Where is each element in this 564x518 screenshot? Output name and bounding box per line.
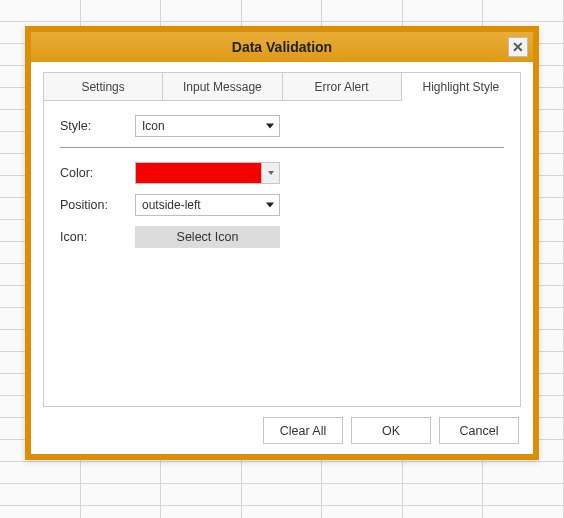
tab-highlight-style[interactable]: Highlight Style bbox=[402, 73, 520, 101]
tab-strip: Settings Input Message Error Alert Highl… bbox=[44, 73, 520, 101]
chevron-down-icon bbox=[268, 171, 274, 175]
dialog-titlebar: Data Validation ✕ bbox=[31, 32, 533, 62]
dialog-body: Settings Input Message Error Alert Highl… bbox=[31, 62, 533, 454]
icon-label: Icon: bbox=[60, 230, 135, 244]
dialog-footer: Clear All OK Cancel bbox=[43, 407, 521, 446]
select-icon-button[interactable]: Select Icon bbox=[135, 226, 280, 248]
style-select-value: Icon bbox=[142, 119, 165, 133]
position-label: Position: bbox=[60, 198, 135, 212]
position-select[interactable]: outside-left bbox=[135, 194, 280, 216]
position-select-value: outside-left bbox=[142, 198, 201, 212]
panel-highlight-style: Style: Icon Color: Position: bbox=[44, 101, 520, 406]
chevron-down-icon bbox=[266, 203, 274, 208]
style-select[interactable]: Icon bbox=[135, 115, 280, 137]
color-label: Color: bbox=[60, 166, 135, 180]
cancel-button[interactable]: Cancel bbox=[439, 417, 519, 444]
data-validation-dialog: Data Validation ✕ Settings Input Message… bbox=[25, 26, 539, 460]
style-label: Style: bbox=[60, 119, 135, 133]
close-icon[interactable]: ✕ bbox=[508, 37, 528, 57]
tab-label: Error Alert bbox=[315, 80, 369, 94]
chevron-down-icon bbox=[266, 124, 274, 129]
row-style: Style: Icon bbox=[60, 115, 504, 137]
tab-error-alert[interactable]: Error Alert bbox=[283, 73, 402, 101]
divider bbox=[60, 147, 504, 148]
tab-input-message[interactable]: Input Message bbox=[163, 73, 282, 101]
dialog-title: Data Validation bbox=[232, 39, 332, 55]
tab-frame: Settings Input Message Error Alert Highl… bbox=[43, 72, 521, 407]
row-position: Position: outside-left bbox=[60, 194, 504, 216]
color-dropdown-button[interactable] bbox=[262, 162, 280, 184]
tab-label: Input Message bbox=[183, 80, 262, 94]
color-swatch bbox=[135, 162, 262, 184]
tab-label: Highlight Style bbox=[423, 80, 500, 94]
tab-settings[interactable]: Settings bbox=[44, 73, 163, 101]
clear-all-button[interactable]: Clear All bbox=[263, 417, 343, 444]
tab-label: Settings bbox=[81, 80, 124, 94]
row-icon: Icon: Select Icon bbox=[60, 226, 504, 248]
color-picker[interactable] bbox=[135, 162, 280, 184]
row-color: Color: bbox=[60, 162, 504, 184]
ok-button[interactable]: OK bbox=[351, 417, 431, 444]
